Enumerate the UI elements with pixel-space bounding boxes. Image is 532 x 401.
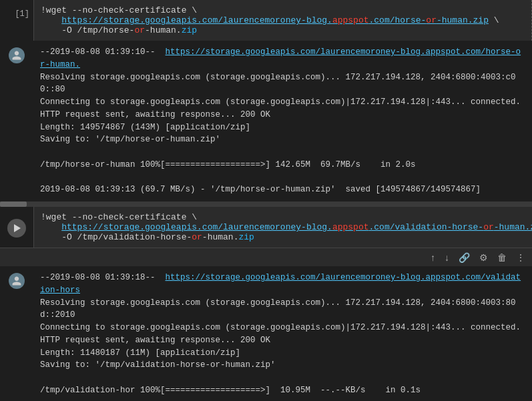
output-cell-1: --2019-08-08 01:39:10-- https://storage.… — [0, 41, 532, 202]
cell-2-gutter — [0, 207, 33, 248]
cell-1-code: !wget --no-check-certificate \ https://s… — [41, 5, 499, 35]
cell-1-or-highlight: or — [426, 15, 437, 25]
cell-2-zip-highlight: zip — [238, 232, 254, 242]
cell-2-or-highlight: or — [483, 222, 494, 232]
scrollbar-row[interactable] — [0, 202, 532, 207]
output-1-timestamp: --2019-08-08 01:39:10-- — [40, 47, 166, 57]
cell-2-or2-highlight: or — [192, 232, 202, 242]
toolbar-settings-button[interactable]: ⚙ — [477, 251, 491, 264]
user-icon-1 — [11, 50, 22, 61]
notebook-container: [1] !wget --no-check-certificate \ https… — [0, 0, 532, 401]
cell-2-appspot-highlight: appspot — [332, 222, 369, 232]
output-1-content: --2019-08-08 01:39:10-- https://storage.… — [33, 41, 532, 202]
avatar-1 — [9, 47, 25, 63]
run-button-2[interactable] — [7, 219, 26, 238]
cell-1-gutter: [1] — [0, 0, 33, 41]
cell-2-wrapper: !wget --no-check-certificate \ https://s… — [0, 207, 532, 266]
output-2-timestamp: --2019-08-08 01:39:18-- — [40, 273, 166, 282]
output-2-gutter — [0, 266, 33, 401]
cell-1: [1] !wget --no-check-certificate \ https… — [0, 0, 532, 41]
toolbar-link-button[interactable]: 🔗 — [456, 251, 473, 264]
cell-1-url-highlight: appspot — [332, 15, 369, 25]
cell-2-input[interactable]: !wget --no-check-certificate \ https://s… — [33, 207, 532, 248]
output-2-content: --2019-08-08 01:39:18-- https://storage.… — [33, 266, 532, 401]
output-cell-2: --2019-08-08 01:39:18-- https://storage.… — [0, 266, 532, 401]
toolbar-row: ↑ ↓ 🔗 ⚙ 🗑 ⋮ — [0, 248, 532, 266]
cell-2-url: https://storage.googleapis.com/laurencem… — [61, 222, 532, 232]
scrollbar-thumb[interactable] — [0, 202, 27, 207]
cell-1-url: https://storage.googleapis.com/laurencem… — [61, 15, 489, 25]
cell-1-zip-highlight: zip — [182, 25, 197, 35]
scrollbar-track[interactable] — [0, 202, 532, 207]
cell-1-label: [1] — [15, 9, 29, 19]
toolbar-down-button[interactable]: ↓ — [442, 251, 452, 264]
toolbar-delete-button[interactable]: 🗑 — [495, 251, 509, 264]
toolbar-more-button[interactable]: ⋮ — [513, 251, 528, 264]
user-icon-2 — [11, 276, 22, 286]
avatar-2 — [9, 273, 25, 289]
play-icon-2 — [14, 224, 21, 232]
cell-1-or2-highlight: or — [134, 25, 145, 35]
cell-2-top: !wget --no-check-certificate \ https://s… — [0, 207, 532, 248]
output-1-gutter — [0, 41, 33, 202]
cell-2-code: !wget --no-check-certificate \ https://s… — [41, 212, 532, 242]
cell-1-input[interactable]: !wget --no-check-certificate \ https://s… — [33, 0, 532, 41]
toolbar-up-button[interactable]: ↑ — [428, 251, 438, 264]
